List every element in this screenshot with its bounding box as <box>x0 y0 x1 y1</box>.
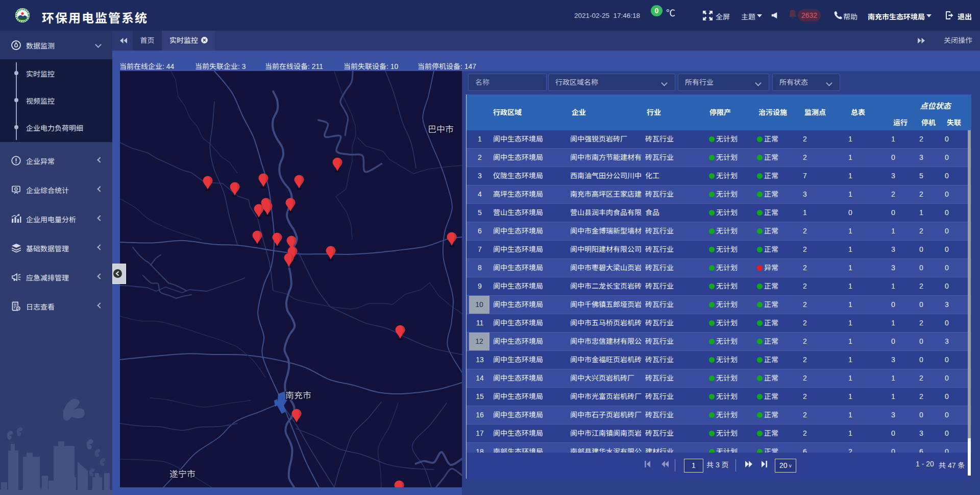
svg-text:巴中市: 巴中市 <box>428 125 454 134</box>
svg-text:南充市: 南充市 <box>285 391 311 400</box>
svg-text:遂宁市: 遂宁市 <box>169 469 195 479</box>
